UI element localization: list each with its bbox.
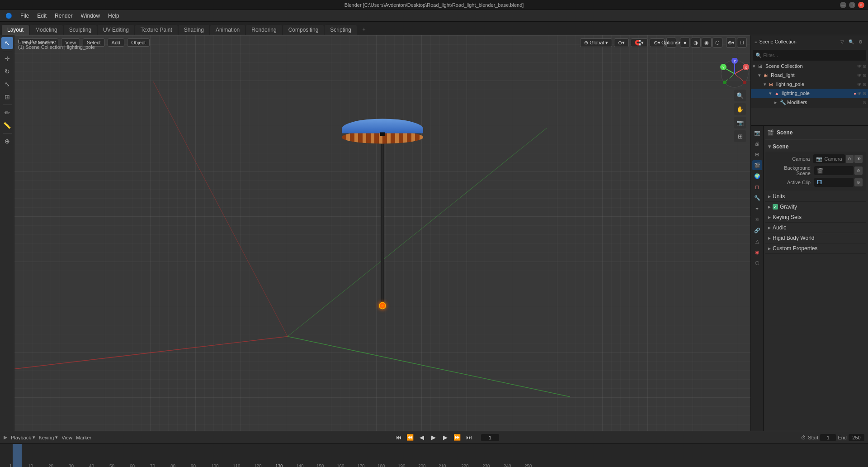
outliner-item-scene-collection[interactable]: ▾ ⊞ Scene Collection 👁 ⊙ [751,62,868,71]
custom-properties-section[interactable]: ▸ Custom Properties [765,243,866,254]
tab-texture-paint[interactable]: Texture Paint [135,25,178,35]
outliner-item-lighting-pole-collection[interactable]: ▾ ⊞ lighting_pole 👁 ⊙ [751,80,868,89]
menu-file[interactable]: File [17,12,33,20]
prop-data-icon[interactable]: △ [752,236,762,246]
tab-modeling[interactable]: Modeling [30,25,63,35]
tool-cursor[interactable]: ⊕ [1,135,13,147]
prop-output-icon[interactable]: 🖨 [752,138,762,148]
prop-modifier-icon[interactable]: 🔧 [752,193,762,203]
audio-section[interactable]: ▸ Audio [765,223,866,233]
tab-uv-editing[interactable]: UV Editing [98,25,134,35]
viewport-3d[interactable]: Object Mode ▾ View Select Add Object ⊕ G… [14,35,750,431]
add-workspace-button[interactable]: ＋ [358,24,370,35]
overlay-toggle[interactable]: ⊚▾ [726,38,736,48]
rigid-body-world-section[interactable]: ▸ Rigid Body World [765,233,866,243]
material-preview[interactable]: ◑ [691,38,701,48]
svg-point-15 [743,81,746,84]
prop-render-icon[interactable]: 📷 [752,128,762,138]
camera-value[interactable]: 📷 Camera [813,154,844,163]
solid-shading[interactable]: ● [680,38,690,48]
zoom-to-fit[interactable]: 🔍 [734,90,746,101]
keying-menu[interactable]: Keying ▾ [39,434,58,440]
keying-sets-section[interactable]: ▸ Keying Sets [765,212,866,223]
timeline-scrubber[interactable]: 1 10 20 30 40 50 60 70 80 90 100 110 120… [0,444,868,467]
camera-browse-icon[interactable]: ⊙ [846,155,854,163]
menu-edit[interactable]: Edit [33,12,50,20]
tab-compositing[interactable]: Compositing [283,25,324,35]
menu-blender[interactable]: 🔵 [2,12,16,20]
wireframe-shading[interactable]: ⬡ [712,38,722,48]
prop-view-layer-icon[interactable]: ⊞ [752,149,762,159]
prop-world-icon[interactable]: 🌍 [752,171,762,181]
outliner-item-road-light[interactable]: ▾ ⊞ Road_light 👁 ⊙ [751,71,868,80]
tool-measure[interactable]: 📏 [1,119,13,131]
prop-material-icon[interactable]: ◉ [752,247,762,257]
add-menu[interactable]: Add [108,38,125,47]
camera-eye-icon[interactable]: 👁 [854,155,863,163]
menu-window[interactable]: Window [77,12,104,20]
next-keyframe-btn[interactable]: ⏩ [452,433,462,443]
current-frame-display[interactable]: 1 [481,434,499,441]
outliner-item-modifiers[interactable]: ▸ 🔧 Modifiers ⊙ [751,98,868,107]
play-btn[interactable]: ▶ [429,433,439,443]
tab-scripting[interactable]: Scripting [325,25,357,35]
next-frame-btn[interactable]: ▶ [440,433,450,443]
tab-layout[interactable]: Layout [2,25,29,35]
tool-scale[interactable]: ⤡ [1,78,13,90]
close-button[interactable]: ✕ [858,2,864,8]
audio-expand-icon: ▸ [768,224,771,231]
options-button[interactable]: Options ▾ [666,38,676,48]
camera-view[interactable]: 📷 [734,117,746,129]
object-menu[interactable]: Object [127,38,150,47]
minimize-button[interactable]: — [840,2,846,8]
gravity-checkbox[interactable]: ✓ [773,204,778,210]
end-frame-value[interactable]: 250 [849,434,864,441]
prev-frame-btn[interactable]: ◀ [417,433,427,443]
hand-pan[interactable]: ✋ [734,103,746,115]
tool-select[interactable]: ↖ [1,37,13,49]
tab-animation[interactable]: Animation [210,25,245,35]
maximize-button[interactable]: □ [849,2,855,8]
jump-end-btn[interactable]: ⏭ [464,433,474,443]
scene-section-header[interactable]: ▾ Scene [765,142,866,152]
tool-transform[interactable]: ⊞ [1,91,13,103]
playback-menu[interactable]: Playback ▾ [11,434,35,440]
pivot-point[interactable]: ⊙▾ [614,38,629,47]
active-clip-value[interactable]: 🎞 [814,178,854,187]
jump-start-btn[interactable]: ⏮ [393,433,403,443]
tab-rendering[interactable]: Rendering [246,25,282,35]
prop-physics-icon[interactable]: ⚛ [752,214,762,224]
clip-browse-icon[interactable]: ⊙ [854,178,863,186]
rendered-shading[interactable]: ◉ [702,38,712,48]
tool-move[interactable]: ✛ [1,53,13,65]
gravity-section[interactable]: ▸ ✓ Gravity [765,202,866,212]
prop-object-icon[interactable]: ◻ [752,182,762,192]
outliner-item-lighting-pole-mesh[interactable]: ▾ ▲ lighting_pole ● 👁 ⊙ [751,89,868,98]
bg-scene-browse-icon[interactable]: ⊙ [854,167,863,175]
prop-shader-icon[interactable]: ⬡ [752,258,762,268]
marker-menu[interactable]: Marker [76,435,91,440]
tool-rotate[interactable]: ↻ [1,66,13,77]
menu-help[interactable]: Help [104,12,123,20]
tool-annotate[interactable]: ✏ [1,107,13,119]
start-frame-value[interactable]: 1 [820,434,836,441]
snap-btn[interactable]: 🧲▾ [631,38,648,47]
prev-keyframe-btn[interactable]: ⏪ [405,433,415,443]
navigation-gizmo[interactable]: X Y Z [719,58,746,85]
outliner-search[interactable]: 🔍 Filter... [753,50,866,61]
background-scene-value[interactable]: 🎬 [814,166,854,175]
prop-particles-icon[interactable]: ✦ [752,204,762,214]
prop-constraints-icon[interactable]: 🔗 [752,225,762,235]
outliner-search-icon[interactable]: 🔍 [847,38,855,46]
units-section[interactable]: ▸ Units [765,191,866,202]
menu-render[interactable]: Render [51,12,76,20]
prop-scene-icon[interactable]: 🎬 [752,160,762,170]
outliner-options[interactable]: ⚙ [856,38,864,46]
view-menu-timeline[interactable]: View [61,435,72,440]
quad-view[interactable]: ⊞ [734,130,746,142]
outliner-filter[interactable]: ▽ [838,38,846,46]
tab-shading[interactable]: Shading [179,25,209,35]
tab-sculpting[interactable]: Sculpting [64,25,97,35]
transform-space[interactable]: ⊕ Global ▾ [580,38,612,47]
xray-toggle[interactable]: ☐ [737,38,747,48]
